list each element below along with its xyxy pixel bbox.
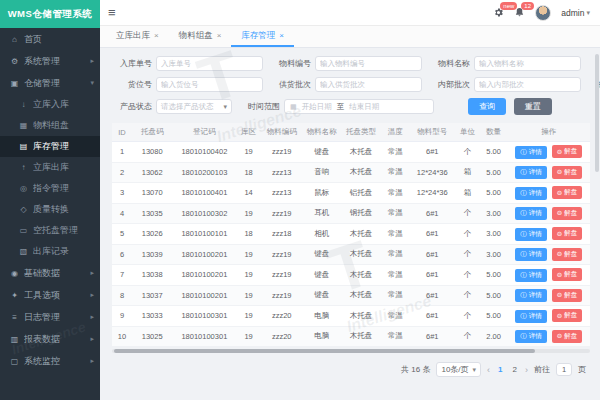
sidebar-item-command[interactable]: ◎指令管理 <box>0 178 100 199</box>
column-header: 物料名称 <box>303 123 341 142</box>
table-cell: 钢托盘 <box>341 203 381 224</box>
table-cell: 3.00 <box>479 244 507 265</box>
unbind-button[interactable]: ⊖解盘 <box>552 207 582 220</box>
page-number-2[interactable]: 2 <box>511 365 519 374</box>
table-cell: 木托盘 <box>341 142 381 163</box>
next-page-button[interactable]: › <box>525 365 528 375</box>
reset-button[interactable]: 重置 <box>514 98 552 115</box>
table-cell-actions: ⓘ详情⊖解盘 <box>508 244 590 265</box>
settings-button[interactable]: new <box>493 7 504 18</box>
sidebar-item-inventory[interactable]: ▤库存管理 <box>0 136 100 157</box>
unbind-button[interactable]: ⊖解盘 <box>552 186 582 199</box>
table-cell: 木托盘 <box>341 244 381 265</box>
material-name-input[interactable] <box>474 56 581 71</box>
monitor-icon: ▢ <box>9 357 20 366</box>
table-cell: 18010200103 <box>172 162 236 183</box>
sidebar-item-warehouse[interactable]: ▣仓储管理▾ <box>0 72 100 94</box>
info-circle-icon: ⓘ <box>520 189 527 198</box>
sidebar-item-empty-pallet[interactable]: ▭空托盘管理 <box>0 220 100 241</box>
table-cell: 箱 <box>455 162 479 183</box>
unbind-button[interactable]: ⊖解盘 <box>552 145 582 158</box>
material-code-input[interactable] <box>315 56 422 71</box>
vertical-scrollbar[interactable] <box>595 54 599 172</box>
table-cell: 3.00 <box>479 203 507 224</box>
detail-button[interactable]: ⓘ详情 <box>515 289 547 302</box>
unbind-button[interactable]: ⊖解盘 <box>552 227 582 240</box>
app-title: WMS仓储管理系统 <box>0 0 100 28</box>
detail-button[interactable]: ⓘ详情 <box>515 187 547 200</box>
table-cell-actions: ⓘ详情⊖解盘 <box>508 142 590 163</box>
detail-button[interactable]: ⓘ详情 <box>515 207 547 220</box>
horizontal-scrollbar[interactable] <box>114 349 535 353</box>
detail-button[interactable]: ⓘ详情 <box>515 248 547 261</box>
status-select[interactable]: 请选择产品状态 ▾ <box>156 99 232 114</box>
prev-page-button[interactable]: ‹ <box>487 365 490 375</box>
sidebar-item-reports[interactable]: ▥报表数据▸ <box>0 328 100 350</box>
sidebar-item-home[interactable]: ⌂首页 <box>0 28 100 50</box>
detail-button[interactable]: ⓘ详情 <box>515 269 547 282</box>
page-goto-input[interactable] <box>556 363 572 376</box>
table-cell: 18010100302 <box>172 203 236 224</box>
filter-form: 入库单号物料编号物料名称托盘号货位号供货批次内部批次物料型号 <box>112 56 590 92</box>
detail-button[interactable]: ⓘ详情 <box>515 166 547 179</box>
unbind-button[interactable]: ⊖解盘 <box>552 330 582 343</box>
column-header: 物料型号 <box>409 123 455 142</box>
page-size-select[interactable]: 10条/页▾ <box>436 362 481 377</box>
status-label: 产品状态 <box>112 101 156 112</box>
search-button[interactable]: 查询 <box>468 98 506 115</box>
unbind-button[interactable]: ⊖解盘 <box>552 309 582 322</box>
unbind-button-label: 解盘 <box>564 250 577 259</box>
unbind-button[interactable]: ⊖解盘 <box>552 289 582 302</box>
internal-batch-input[interactable] <box>474 77 581 92</box>
unbind-button[interactable]: ⊖解盘 <box>552 166 582 179</box>
table-cell: 18010100101 <box>172 224 236 245</box>
date-end-placeholder: 结束日期 <box>349 102 379 112</box>
sidebar-item-logs[interactable]: ≡日志管理▸ <box>0 306 100 328</box>
sidebar-item-outbound[interactable]: ↑立库出库 <box>0 157 100 178</box>
detail-button[interactable]: ⓘ详情 <box>515 330 547 343</box>
inventory-icon: ▤ <box>18 142 29 151</box>
sidebar-toggle-icon[interactable]: ≡ <box>108 6 116 19</box>
table-cell: 5.00 <box>479 142 507 163</box>
tab-material-group[interactable]: 物料组盘× <box>169 26 232 47</box>
daterange-picker[interactable]: ▦ 开始日期 至 结束日期 <box>284 99 434 114</box>
page-number-1[interactable]: 1 <box>496 365 504 374</box>
supply-batch-input[interactable] <box>315 77 422 92</box>
inventory-table: ID托盘码登记码库区物料编码物料名称托盘类型温度物料型号单位数量操作 11308… <box>112 123 590 347</box>
sidebar-item-base-data[interactable]: ◉基础数据▸ <box>0 262 100 284</box>
table-cell: 常温 <box>381 265 409 286</box>
close-icon[interactable]: × <box>217 31 222 40</box>
close-icon[interactable]: × <box>154 31 159 40</box>
inbound-no-input[interactable] <box>156 56 263 71</box>
detail-button[interactable]: ⓘ详情 <box>515 146 547 159</box>
sidebar-item-monitor[interactable]: ▢系统监控▸ <box>0 350 100 372</box>
close-icon[interactable]: × <box>279 31 284 40</box>
minus-circle-icon: ⊖ <box>557 168 562 176</box>
sidebar-item-system[interactable]: ⚙系统管理▸ <box>0 50 100 72</box>
unbind-button[interactable]: ⊖解盘 <box>552 268 582 281</box>
sidebar-item-material-group[interactable]: ▦物料组盘 <box>0 115 100 136</box>
sidebar-item-quality[interactable]: ◇质量转换 <box>0 199 100 220</box>
sidebar-item-inbound[interactable]: ↓立库入库 <box>0 94 100 115</box>
detail-button[interactable]: ⓘ详情 <box>515 228 547 241</box>
user-menu[interactable]: admin ▾ <box>561 8 590 18</box>
table-cell: 个 <box>455 306 479 327</box>
table-cell: 6#1 <box>409 285 455 306</box>
content: 入库单号物料编号物料名称托盘号货位号供货批次内部批次物料型号 产品状态 请选择产… <box>100 48 600 377</box>
table-row: 4130351801010030219zzz19耳机钢托盘常温6#1个3.00ⓘ… <box>112 203 590 224</box>
table-cell: 18010100201 <box>172 285 236 306</box>
tab-outbound[interactable]: 立库出库× <box>106 26 169 47</box>
avatar[interactable] <box>535 5 551 21</box>
column-header: 操作 <box>508 123 590 142</box>
pagination: 共 16 条10条/页▾‹12›前往页 <box>112 362 590 377</box>
calendar-icon: ▦ <box>290 103 297 111</box>
unbind-button[interactable]: ⊖解盘 <box>552 248 582 261</box>
table-cell: zzz18 <box>261 224 303 245</box>
notifications-button[interactable]: 12 <box>514 7 525 18</box>
sidebar-item-tools[interactable]: ✦工具选项▸ <box>0 284 100 306</box>
location-no-input[interactable] <box>156 77 263 92</box>
table-cell: 常温 <box>381 244 409 265</box>
sidebar-item-outbound-record[interactable]: ▧出库记录 <box>0 241 100 262</box>
tab-inventory[interactable]: 库存管理× <box>231 26 294 47</box>
detail-button[interactable]: ⓘ详情 <box>515 310 547 323</box>
